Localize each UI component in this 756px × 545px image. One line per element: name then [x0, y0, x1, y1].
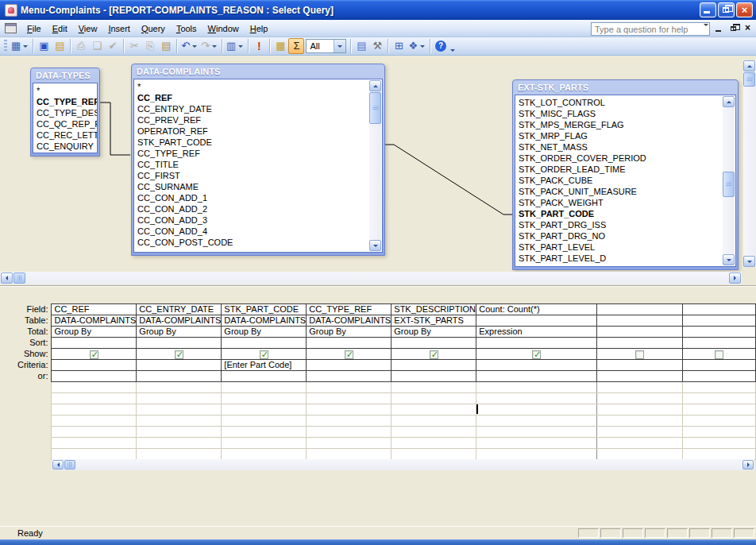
show-checkbox[interactable]: [345, 350, 353, 359]
grid-cell-or[interactable]: [476, 371, 597, 382]
grid-cell-field[interactable]: Count: Count(*): [476, 304, 597, 315]
field-item[interactable]: *: [35, 85, 97, 96]
field-item[interactable]: CC_ENQUIRY: [35, 141, 97, 152]
grid-cell-table[interactable]: DATA-COMPLAINTS: [137, 315, 222, 327]
grid-cell-table[interactable]: DATA-COMPLAINTS: [307, 315, 392, 327]
show-checkbox[interactable]: [175, 350, 183, 359]
grid-cell-empty[interactable]: [137, 393, 222, 404]
table-window-data-complaints[interactable]: DATA-COMPLAINTS *CC_REFCC_ENTRY_DATECC_P…: [131, 64, 385, 256]
run-button[interactable]: !: [251, 38, 267, 54]
grid-cell-field[interactable]: CC_REF: [52, 304, 137, 315]
field-item[interactable]: STK_ORDER_COVER_PERIOD: [517, 153, 723, 164]
field-item[interactable]: CC_SURNAME: [136, 181, 369, 192]
grid-cell-show[interactable]: [307, 349, 392, 360]
grid-cell-criteria[interactable]: [683, 360, 756, 371]
toolbar-grip[interactable]: [4, 40, 7, 52]
cut-button[interactable]: ✂: [126, 38, 142, 54]
grid-cell-empty[interactable]: [476, 427, 597, 438]
grid-cell-sort[interactable]: [392, 338, 476, 349]
grid-cell-total[interactable]: Group By: [52, 327, 137, 338]
query-diagram-pane[interactable]: DATA-TYPES *CC_TYPE_REFCC_TYPE_DESCC_QC_…: [0, 56, 756, 284]
table-window-data-types[interactable]: DATA-TYPES *CC_TYPE_REFCC_TYPE_DESCC_QC_…: [30, 68, 100, 157]
grid-cell-empty[interactable]: [222, 393, 307, 404]
grid-cell-empty[interactable]: [307, 438, 392, 449]
grid-cell-empty[interactable]: [222, 449, 307, 460]
grid-cell-empty[interactable]: [392, 449, 476, 460]
grid-horizontal-scrollbar[interactable]: [52, 459, 754, 470]
field-item[interactable]: CC_CON_ADD_3: [136, 215, 369, 226]
menu-item[interactable]: Edit: [47, 21, 73, 36]
grid-cell-empty[interactable]: [597, 416, 683, 427]
grid-cell-or[interactable]: [683, 371, 756, 382]
copy-button[interactable]: ⎘: [142, 38, 158, 54]
grid-cell-or[interactable]: [222, 371, 307, 382]
grid-cell-show[interactable]: [222, 349, 307, 360]
grid-cell-empty[interactable]: [392, 382, 476, 393]
field-item[interactable]: STK_PART_LEVEL: [517, 242, 723, 253]
field-item[interactable]: STK_PART_DRG_NO: [517, 230, 723, 242]
field-item[interactable]: CC_TYPE_DES: [35, 107, 97, 118]
grid-cell-empty[interactable]: [392, 416, 476, 427]
grid-cell-empty[interactable]: [52, 416, 137, 427]
field-item[interactable]: STK_NET_MASS: [517, 141, 723, 153]
field-item[interactable]: CC_TYPE_REF: [35, 96, 97, 107]
table-window-title[interactable]: EXT-STK_PARTS: [515, 82, 736, 95]
grid-cell-criteria[interactable]: [Enter Part Code]: [222, 360, 307, 371]
grid-cell-field[interactable]: CC_TYPE_REF: [307, 304, 392, 315]
grid-cell-empty[interactable]: [683, 438, 756, 449]
grid-cell-empty[interactable]: [683, 393, 756, 404]
field-item[interactable]: CC_PREV_REF: [136, 114, 369, 126]
grid-cell-empty[interactable]: [222, 427, 307, 438]
grid-cell-empty[interactable]: [476, 438, 597, 449]
scrollbar-thumb[interactable]: [369, 92, 381, 124]
menu-item[interactable]: View: [73, 21, 103, 36]
scroll-down-button[interactable]: [743, 256, 755, 267]
redo-button[interactable]: ↷: [199, 38, 219, 54]
menu-item[interactable]: File: [21, 21, 47, 36]
grid-cell-empty[interactable]: [476, 393, 597, 404]
grid-cell-empty[interactable]: [222, 404, 307, 416]
help-button[interactable]: ?: [433, 38, 449, 54]
grid-cell-empty[interactable]: [307, 427, 392, 438]
grid-cell-criteria[interactable]: [476, 360, 597, 371]
grid-cell-or[interactable]: [137, 371, 222, 382]
scroll-left-button[interactable]: [1, 272, 13, 284]
field-item[interactable]: CC_CON_ADD_4: [136, 226, 369, 237]
grid-cell-empty[interactable]: [597, 393, 683, 404]
vertical-scrollbar[interactable]: [369, 80, 381, 251]
grid-cell-criteria[interactable]: [137, 360, 222, 371]
grid-cell-sort[interactable]: [222, 338, 307, 349]
field-item[interactable]: STK_PART_DRG_ISS: [517, 219, 723, 230]
minimize-button[interactable]: [700, 2, 716, 17]
grid-cell-empty[interactable]: [392, 438, 476, 449]
dropdown-caret-icon[interactable]: [420, 45, 425, 50]
scroll-down-button[interactable]: [723, 254, 735, 265]
grid-cell-empty[interactable]: [476, 404, 597, 416]
field-item[interactable]: STK_PART_CODE: [136, 137, 369, 148]
field-item[interactable]: CC_CON_ADD_1: [136, 192, 369, 203]
menu-item[interactable]: Insert: [102, 21, 136, 36]
grid-cell-empty[interactable]: [597, 427, 683, 438]
grid-cell-empty[interactable]: [137, 404, 222, 416]
grid-cell-empty[interactable]: [137, 382, 222, 393]
grid-cell-empty[interactable]: [52, 427, 137, 438]
grid-cell-empty[interactable]: [137, 438, 222, 449]
table-window-title[interactable]: DATA-TYPES: [33, 70, 98, 83]
dropdown-caret-icon[interactable]: [212, 45, 217, 50]
scrollbar-thumb[interactable]: [14, 272, 25, 284]
scroll-up-button[interactable]: [369, 80, 381, 91]
properties-button[interactable]: ▤: [353, 38, 369, 54]
query-type-button[interactable]: ▥: [225, 38, 245, 54]
scroll-right-button[interactable]: [729, 272, 741, 284]
field-item[interactable]: STK_ORDER_LEAD_TIME: [517, 164, 723, 175]
grid-cell-empty[interactable]: [222, 416, 307, 427]
grid-cell-empty[interactable]: [52, 382, 137, 393]
field-item[interactable]: STK_PACK_UNIT_MEASURE: [517, 186, 723, 197]
field-item[interactable]: STK_PACK_WEIGHT: [517, 197, 723, 208]
access-app-icon[interactable]: [5, 4, 17, 17]
grid-cell-empty[interactable]: [683, 427, 756, 438]
grid-cell-sort[interactable]: [597, 338, 683, 349]
grid-cell-criteria[interactable]: [597, 360, 683, 371]
grid-cell-total[interactable]: Group By: [222, 327, 307, 338]
grid-cell-total[interactable]: [597, 327, 683, 338]
